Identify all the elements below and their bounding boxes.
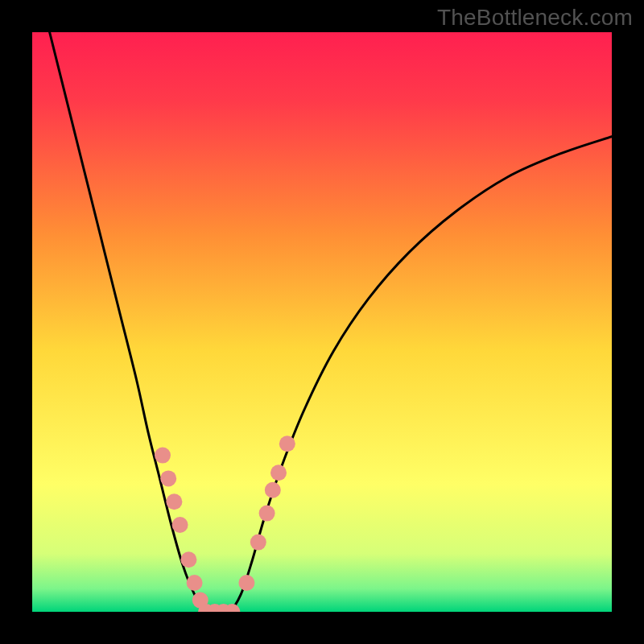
chart-container: TheBottleneck.com (0, 0, 644, 644)
plot-background (32, 32, 612, 612)
data-marker (265, 482, 281, 498)
watermark-label: TheBottleneck.com (437, 5, 633, 31)
data-marker (180, 551, 196, 568)
data-marker (259, 506, 275, 522)
bottleneck-curve-chart (0, 0, 644, 644)
data-marker (172, 517, 188, 533)
data-marker (238, 575, 254, 591)
data-marker (250, 535, 266, 551)
data-marker (270, 464, 287, 481)
data-marker (166, 493, 182, 510)
data-marker (160, 470, 176, 486)
data-marker (279, 436, 295, 452)
data-marker (187, 575, 203, 591)
data-marker (155, 448, 171, 464)
